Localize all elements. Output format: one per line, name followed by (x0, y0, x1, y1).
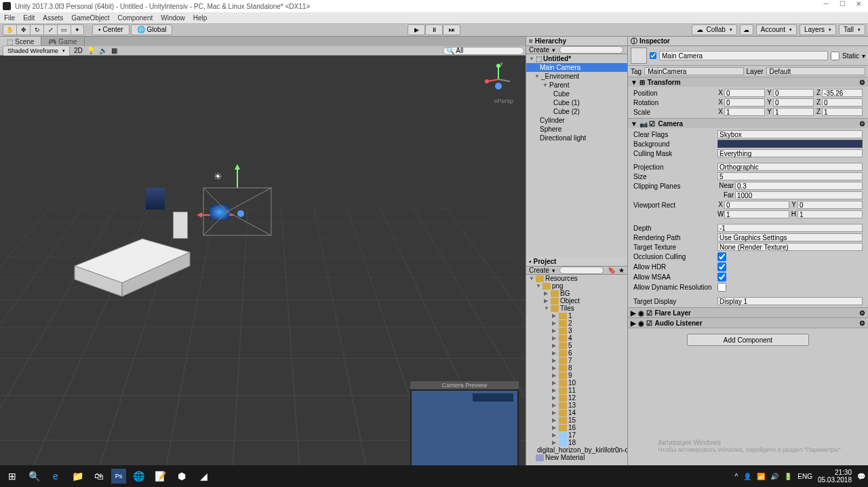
menu-assets[interactable]: Assets (43, 14, 63, 22)
project-tile-folder[interactable]: ▶16 (526, 424, 627, 431)
project-star[interactable]: ★ (618, 267, 625, 274)
camera-header[interactable]: ▼ 📷 ☑ Camera⚙ (628, 119, 868, 128)
size-field[interactable]: 5 (717, 172, 863, 180)
tray-network-icon[interactable]: 📶 (757, 473, 765, 480)
project-folder[interactable]: ▶BG (526, 290, 627, 297)
step-button[interactable]: ⏭ (443, 24, 460, 35)
menu-gameobject[interactable]: GameObject (71, 14, 109, 22)
vp-w[interactable]: 1 (724, 210, 789, 218)
start-button[interactable]: ⊞ (3, 467, 22, 486)
vp-x[interactable]: 0 (724, 201, 789, 209)
maximize-button[interactable]: ☐ (834, 0, 850, 11)
hierarchy-item-main-camera[interactable]: Main Camera (526, 63, 627, 72)
tray-battery-icon[interactable]: 🔋 (784, 473, 792, 480)
hand-tool[interactable]: ✋ (3, 24, 16, 35)
orientation-gizmo[interactable]: y (481, 62, 515, 96)
occlusion-checkbox[interactable] (717, 252, 726, 261)
pos-y[interactable]: 0 (773, 89, 814, 97)
transform-header[interactable]: ▼ ⊞ Transform⚙ (628, 77, 868, 87)
hierarchy-item[interactable]: Sphere (526, 125, 627, 134)
hierarchy-item[interactable]: Cube (1) (526, 98, 627, 107)
project-filter[interactable]: 🔖 (608, 267, 616, 274)
tag-dropdown[interactable]: MainCamera (644, 67, 743, 75)
scale-z[interactable]: 1 (822, 108, 863, 116)
depth-field[interactable]: -1 (717, 224, 863, 232)
pivot-center[interactable]: ▪Center (92, 24, 130, 35)
menu-file[interactable]: File (4, 14, 15, 22)
project-tile-folder[interactable]: ▶7 (526, 357, 627, 364)
light-toggle[interactable]: 💡 (87, 47, 95, 54)
projection-dropdown[interactable]: Orthographic (717, 163, 863, 171)
hierarchy-search[interactable] (559, 46, 623, 54)
system-tray[interactable]: ^ 👤 📶 🔊 🔋 ENG 21:30 05.03.2018 💬 (735, 469, 865, 484)
project-tile-folder[interactable]: ▶18 (526, 439, 627, 446)
hierarchy-tree[interactable]: ▼⬚ Untitled* Main Camera ▼_Enviroment ▼P… (526, 54, 627, 257)
notepad-icon[interactable]: 📝 (151, 467, 170, 486)
target-display-dropdown[interactable]: Display 1 (717, 297, 863, 305)
project-folder[interactable]: ▶Object (526, 297, 627, 305)
rendering-path-dropdown[interactable]: Use Graphics Settings (717, 233, 863, 241)
tray-volume-icon[interactable]: 🔊 (770, 473, 778, 480)
hierarchy-create[interactable]: Create (529, 46, 549, 54)
near-field[interactable]: 0.3 (735, 182, 863, 190)
scale-tool[interactable]: ⤢ (43, 24, 57, 35)
cube-object-1[interactable] (146, 188, 165, 210)
project-asset[interactable]: New Material (526, 454, 627, 461)
culling-mask-dropdown[interactable]: Everything (717, 149, 863, 157)
project-search[interactable] (559, 267, 604, 274)
project-tile-folder[interactable]: ▶17 (526, 431, 627, 439)
transform-tool[interactable]: ✦ (71, 24, 84, 35)
edge-icon[interactable]: e (46, 467, 65, 486)
project-tile-folder[interactable]: ▶12 (526, 394, 627, 402)
project-tile-folder[interactable]: ▶1 (526, 312, 627, 319)
store-icon[interactable]: 🛍 (90, 467, 108, 486)
project-tile-folder[interactable]: ▶10 (526, 379, 627, 387)
tray-people-icon[interactable]: 👤 (743, 473, 751, 480)
menu-edit[interactable]: Edit (23, 14, 35, 22)
project-tile-folder[interactable]: ▶3 (526, 327, 627, 334)
rotate-tool[interactable]: ↻ (30, 24, 43, 35)
project-panel-title[interactable]: ▪ Project (526, 257, 627, 267)
chrome-icon[interactable]: 🌐 (129, 467, 148, 486)
tab-game[interactable]: 🎮 Game (41, 37, 84, 46)
tray-notification-icon[interactable]: 💬 (857, 473, 865, 480)
project-folder[interactable]: ▼png (526, 282, 627, 290)
project-asset[interactable]: digital_horizon_by_kirillotr0n-d7vb (526, 446, 627, 454)
tray-time[interactable]: 21:30 (818, 469, 852, 476)
scene-row[interactable]: ▼⬚ Untitled* (526, 54, 627, 63)
background-color[interactable] (717, 140, 863, 148)
project-tile-folder[interactable]: ▶13 (526, 402, 627, 409)
project-tile-folder[interactable]: ▶8 (526, 364, 627, 372)
scale-y[interactable]: 1 (773, 108, 814, 116)
hierarchy-item[interactable]: Cylinder (526, 116, 627, 125)
close-button[interactable]: ✕ (850, 0, 867, 11)
target-texture-field[interactable]: None (Render Texture) (717, 243, 863, 251)
photoshop-icon[interactable]: Ps (111, 469, 126, 484)
hierarchy-panel-title[interactable]: ≡ Hierarchy (526, 37, 627, 46)
tray-up-icon[interactable]: ^ (735, 473, 738, 480)
search-icon[interactable]: 🔍 (24, 467, 43, 486)
tray-date[interactable]: 05.03.2018 (818, 476, 852, 484)
rot-x[interactable]: 0 (724, 98, 765, 106)
unity-hub-icon[interactable]: ⬢ (172, 467, 191, 486)
scene-search[interactable]: 🔍 All (443, 47, 524, 55)
menu-help[interactable]: Help (193, 14, 208, 22)
project-tile-folder[interactable]: ▶6 (526, 349, 627, 357)
menu-window[interactable]: Window (161, 14, 185, 22)
dynres-checkbox[interactable] (717, 283, 726, 292)
vp-h[interactable]: 1 (797, 210, 863, 218)
project-tile-folder[interactable]: ▶9 (526, 372, 627, 379)
layer-dropdown[interactable]: Default (766, 67, 865, 75)
collab-dropdown[interactable]: ☁ Collab (692, 24, 736, 35)
vp-y[interactable]: 0 (797, 201, 863, 209)
project-folder[interactable]: ▼Tiles (526, 305, 627, 312)
project-tree[interactable]: ▼Resources ▼png ▶BG ▶Object ▼Tiles ▶1▶2▶… (526, 275, 627, 478)
pos-x[interactable]: 0 (724, 89, 765, 97)
project-tile-folder[interactable]: ▶11 (526, 387, 627, 394)
pos-z[interactable]: -35.26 (822, 89, 863, 97)
scale-x[interactable]: 1 (724, 108, 765, 116)
pivot-global[interactable]: 🌐Global (131, 24, 173, 35)
hierarchy-item[interactable]: ▼Parent (526, 81, 627, 90)
rot-y[interactable]: 0 (773, 98, 814, 106)
flare-layer-header[interactable]: ▶ ◉ ☑ Flare Layer⚙ (628, 308, 868, 317)
